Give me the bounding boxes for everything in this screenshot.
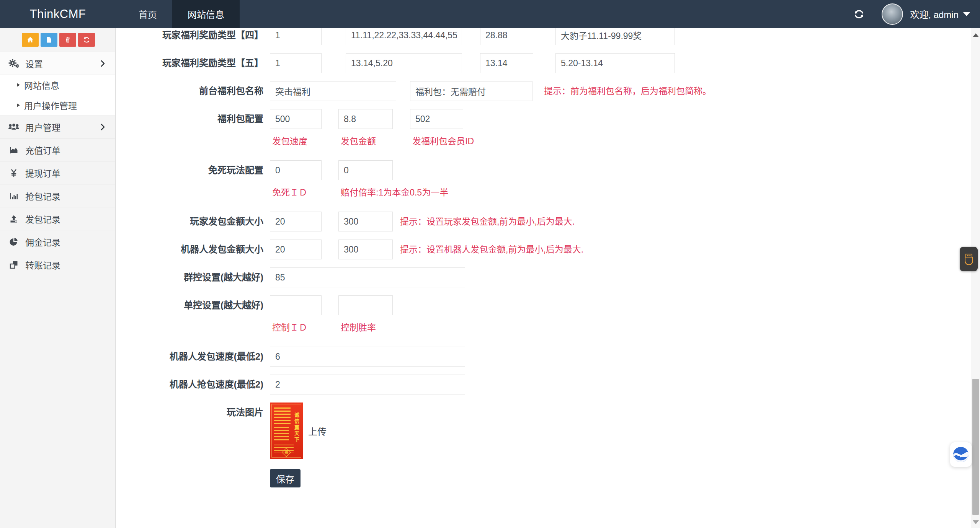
robot-amount-max-field[interactable] [338, 240, 393, 259]
sublabels: 发包速度 发包金额 发福利包会员ID [270, 134, 474, 147]
sidebar-item-label: 用户管理 [25, 121, 60, 134]
sidebar-item-commission-records[interactable]: 佣金记录 [0, 230, 115, 253]
file-button[interactable] [41, 33, 57, 47]
sidebar-item-label: 设置 [25, 57, 43, 70]
payout-rate-field[interactable] [338, 160, 393, 180]
sidebar-item-grab-records[interactable]: 抢包记录 [0, 184, 115, 207]
sidebar-item-transfer-records[interactable]: 转账记录 [0, 253, 115, 276]
sidebar-item-user-operations[interactable]: 用户操作管理 [0, 95, 115, 116]
trash-button[interactable] [59, 33, 76, 47]
settings-submenu: 网站信息 用户操作管理 [0, 75, 115, 116]
robot-send-speed-field[interactable] [270, 347, 465, 367]
field-label: 机器人发包金额大小 [116, 240, 267, 259]
sublabels: 免死ＩＤ 赔付倍率:1为本金0.5为一半 [270, 185, 448, 198]
form-row-package-config: 福利包配置 发包速度 发包金额 发福利包会员ID [116, 109, 971, 147]
sidebar-item-label: 发包记录 [25, 212, 60, 225]
sidebar-item-send-records[interactable]: 发包记录 [0, 207, 115, 230]
area-chart-icon [7, 145, 21, 155]
field-label: 玩家福利奖励类型【四】 [116, 28, 267, 45]
form-row-package-name: 前台福利包名称 提示：前为福利包名称，后为福利包简称。 [116, 81, 971, 101]
reward4-field-1[interactable] [270, 28, 322, 45]
browser-extension-tab[interactable] [960, 247, 978, 271]
triangle-right-icon [17, 103, 20, 107]
form-row-play-image: 玩法图片 诚信赢天下 福 上传 [116, 403, 971, 459]
sidebar-toolbar [0, 28, 115, 52]
sidebar-item-label: 充值订单 [25, 143, 60, 156]
sidebar-item-label: 提现订单 [25, 166, 60, 179]
group-control-field[interactable] [270, 267, 465, 287]
field-label: 机器人抢包速度(最低2) [116, 375, 267, 394]
package-name-field[interactable] [270, 81, 396, 101]
field-label: 玩法图片 [116, 403, 267, 459]
scrollbar[interactable] [971, 28, 980, 528]
home-button[interactable] [22, 33, 39, 47]
field-label: 玩家发包金额大小 [116, 212, 267, 231]
field-label: 机器人发包速度(最低2) [116, 347, 267, 367]
refresh-icon[interactable] [853, 8, 865, 20]
chevron-down-icon [963, 12, 970, 16]
navbar-right: 欢迎, admin [853, 0, 980, 28]
sidebar-item-user-management[interactable]: 用户管理 [0, 116, 115, 139]
field-label: 福利包配置 [116, 109, 267, 147]
control-rate-field[interactable] [338, 295, 393, 315]
play-image-thumbnail[interactable]: 诚信赢天下 福 [270, 403, 303, 459]
player-amount-max-field[interactable] [338, 212, 393, 231]
player-amount-min-field[interactable] [270, 212, 322, 231]
hint-text: 提示：前为福利包名称，后为福利包简称。 [544, 81, 711, 101]
sidebar: 设置 网站信息 用户操作管理 用户管理 [0, 28, 116, 528]
package-short-name-field[interactable] [410, 81, 532, 101]
reward5-field-3[interactable] [480, 53, 533, 73]
reward4-field-3[interactable] [480, 28, 533, 45]
reward5-field-1[interactable] [270, 53, 322, 73]
sublabel: 赔付倍率:1为本金0.5为一半 [338, 185, 448, 198]
sidebar-item-recharge-orders[interactable]: 充值订单 [0, 139, 115, 161]
form-row-nodeath-config: 免死玩法配置 免死ＩＤ 赔付倍率:1为本金0.5为一半 [116, 160, 971, 198]
package-amount-field[interactable] [338, 109, 393, 129]
scrollbar-thumb[interactable] [972, 379, 979, 515]
robot-grab-speed-field[interactable] [270, 375, 465, 394]
main-content: 玩家福利奖励类型【四】 玩家福利奖励类型【五】 前台福利包名称 [116, 28, 971, 528]
sidebar-item-label: 抢包记录 [25, 189, 60, 202]
package-member-id-field[interactable] [410, 109, 463, 129]
robot-amount-min-field[interactable] [270, 240, 322, 259]
nav-item-site-info[interactable]: 网站信息 [172, 0, 240, 28]
field-label: 前台福利包名称 [116, 81, 267, 101]
reward4-field-4[interactable] [555, 28, 675, 45]
form-row-player-amount: 玩家发包金额大小 提示：设置玩家发包金额,前为最小,后为最大. [116, 212, 971, 231]
sidebar-item-settings[interactable]: 设置 [0, 52, 115, 75]
hint-text: 提示：设置玩家发包金额,前为最小,后为最大. [400, 212, 575, 231]
app-logo: ThinkCMF [0, 0, 116, 28]
play-image-textlines [274, 427, 289, 442]
control-id-field[interactable] [270, 295, 322, 315]
recycle-button[interactable] [78, 33, 95, 47]
clone-icon [7, 260, 21, 269]
welcome-text[interactable]: 欢迎, admin [910, 7, 959, 21]
sublabel: 免死ＩＤ [270, 185, 338, 198]
upload-link[interactable]: 上传 [308, 424, 327, 438]
field-label: 单控设置(越大越好) [116, 295, 267, 333]
sidebar-item-site-info[interactable]: 网站信息 [0, 75, 115, 95]
sublabel: 发包金额 [338, 134, 410, 147]
scroll-up-arrow-icon[interactable] [973, 33, 979, 37]
reward5-field-4[interactable] [555, 53, 675, 73]
play-image-slogan: 诚信赢天下 [293, 412, 300, 443]
users-icon [7, 122, 21, 132]
scroll-down-arrow-icon[interactable] [973, 520, 979, 524]
nodeath-id-field[interactable] [270, 160, 322, 180]
reward5-field-2[interactable] [346, 53, 462, 73]
chevron-right-icon [98, 59, 107, 68]
save-button[interactable]: 保存 [270, 469, 301, 487]
field-label: 玩家福利奖励类型【五】 [116, 53, 267, 73]
reward4-field-2[interactable] [346, 28, 462, 45]
sidebar-item-withdraw-orders[interactable]: 提现订单 [0, 161, 115, 184]
field-label: 群控设置(越大越好) [116, 267, 267, 287]
sidebar-item-label: 佣金记录 [25, 235, 60, 248]
nav-item-home[interactable]: 首页 [123, 0, 172, 28]
form-row-group-control: 群控设置(越大越好) [116, 267, 971, 287]
avatar[interactable] [882, 3, 903, 25]
yen-icon [7, 168, 21, 178]
pie-chart-icon [7, 237, 21, 246]
translate-extension-button[interactable] [950, 442, 972, 467]
package-speed-field[interactable] [270, 109, 322, 129]
submenu-label: 用户操作管理 [24, 99, 77, 112]
